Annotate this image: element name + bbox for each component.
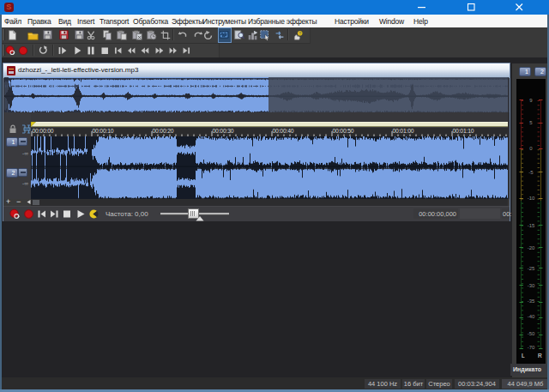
svg-text:?: ? [299,31,301,36]
